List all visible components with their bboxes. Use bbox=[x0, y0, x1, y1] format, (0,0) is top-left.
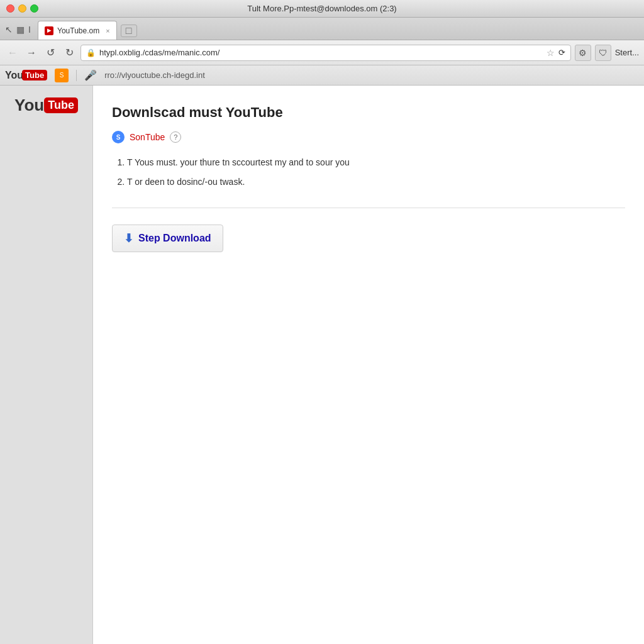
orange-bookmark-label: S bbox=[60, 72, 64, 79]
shield-icon: 🛡 bbox=[599, 48, 608, 58]
back-button[interactable]: ← bbox=[5, 45, 20, 60]
reload-button-1[interactable]: ↺ bbox=[43, 45, 58, 60]
tab-tool-2[interactable]: ▦ bbox=[16, 25, 25, 35]
tab-close-button[interactable]: × bbox=[106, 27, 109, 35]
reload-icon-1: ↺ bbox=[47, 47, 55, 58]
tab-label: YouTube.om bbox=[57, 26, 99, 35]
new-tab-icon: □ bbox=[126, 25, 132, 36]
tab-tools: ↖ ▦ I bbox=[5, 25, 31, 35]
minimize-button[interactable] bbox=[18, 4, 26, 13]
window-title: Tult More.Pp-mtest@downlodes.om (2:3) bbox=[247, 4, 396, 13]
nav-bar: ← → ↺ ↻ 🔒 htypl.oxblig./cdas/me/manic.co… bbox=[0, 40, 644, 65]
title-bar: Tult More.Pp-mtest@downlodes.om (2:3) bbox=[0, 0, 644, 18]
sontube-row: S SonTube ? bbox=[112, 131, 625, 143]
page-content: Downlsсаd must YouTube S SonTube ? T You… bbox=[93, 86, 644, 644]
gear-icon: ⚙ bbox=[579, 48, 587, 58]
maximize-button[interactable] bbox=[30, 4, 38, 13]
settings-button[interactable]: ⚙ bbox=[575, 45, 591, 61]
browser-content: You Tube Downlsсаd must YouTube S SonTub… bbox=[0, 86, 644, 644]
bookmarks-bar: You Tube S 🎤 rro://vlyouctube.ch-idegd.i… bbox=[0, 65, 644, 86]
bookmark-divider bbox=[76, 70, 77, 81]
tab-favicon: ▶ bbox=[45, 26, 53, 35]
tab-tool-1[interactable]: ↖ bbox=[5, 25, 13, 35]
instruction-item-2: T or deen to dosinc/-ou twask. bbox=[127, 175, 625, 189]
youtube-logo-bookmark[interactable]: You Tube bbox=[5, 69, 47, 82]
sidebar-logo-tube: Tube bbox=[44, 97, 78, 113]
forward-icon: → bbox=[26, 47, 36, 58]
start-label: Stert... bbox=[615, 48, 639, 57]
forward-button[interactable]: → bbox=[24, 45, 39, 60]
bookmark-star-icon[interactable]: ☆ bbox=[547, 48, 555, 58]
address-bar[interactable]: 🔒 htypl.oxblig./cdas/me/manic.com/ ☆ ⟳ bbox=[80, 45, 571, 61]
bookmark-url[interactable]: rro://vlyouctube.ch-idegd.int bbox=[104, 70, 205, 80]
sontube-icon-label: S bbox=[116, 134, 121, 141]
content-divider bbox=[112, 208, 625, 208]
step-download-label: Step Download bbox=[138, 233, 211, 244]
url-text: htypl.oxblig./cdas/me/manic.com/ bbox=[99, 48, 543, 57]
page-title: Downlsсаd must YouTube bbox=[112, 104, 625, 121]
instruction-item-1: T Yous must. your thure tn sccourtest my… bbox=[127, 156, 625, 169]
traffic-lights bbox=[6, 4, 38, 13]
orange-bookmark[interactable]: S bbox=[55, 69, 69, 82]
sontube-label: SonTube bbox=[130, 132, 165, 142]
youtube-logo-you: You bbox=[5, 70, 23, 81]
youtube-logo-tube: Tube bbox=[22, 70, 47, 80]
sidebar: You Tube bbox=[0, 86, 93, 644]
sontube-icon: S bbox=[112, 131, 125, 143]
back-icon: ← bbox=[8, 47, 18, 58]
nav-actions: ⚙ 🛡 Stert... bbox=[575, 45, 639, 61]
tab-bar: ↖ ▦ I ▶ YouTube.om × □ bbox=[0, 18, 644, 40]
instructions-list: T Yous must. your thure tn sccourtest my… bbox=[112, 156, 625, 189]
active-tab[interactable]: ▶ YouTube.om × bbox=[38, 21, 117, 40]
close-button[interactable] bbox=[6, 4, 14, 13]
help-icon: ? bbox=[174, 133, 177, 141]
download-arrow-icon: ⬇ bbox=[124, 231, 133, 245]
reload-button-2[interactable]: ↻ bbox=[62, 45, 77, 60]
tab-tool-3[interactable]: I bbox=[28, 25, 31, 35]
extension-button[interactable]: 🛡 bbox=[595, 45, 611, 61]
help-button[interactable]: ? bbox=[170, 131, 181, 143]
step-download-button[interactable]: ⬇ Step Download bbox=[112, 225, 223, 252]
new-tab-button[interactable]: □ bbox=[121, 25, 137, 37]
reload-icon-2: ↻ bbox=[65, 47, 74, 58]
sidebar-logo-you: You bbox=[14, 96, 44, 115]
refresh-icon[interactable]: ⟳ bbox=[558, 48, 565, 57]
mic-icon[interactable]: 🎤 bbox=[84, 69, 97, 81]
lock-icon: 🔒 bbox=[86, 48, 96, 57]
sidebar-youtube-logo: You Tube bbox=[14, 96, 78, 115]
